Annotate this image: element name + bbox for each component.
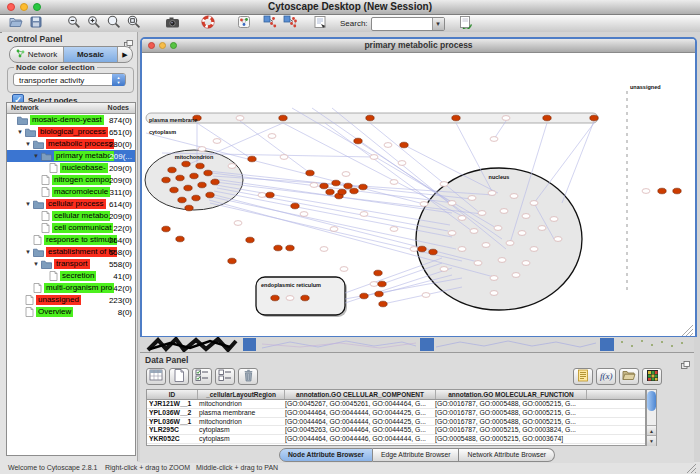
graph-node-selected[interactable] — [658, 188, 666, 194]
graph-node-selected[interactable] — [429, 249, 437, 255]
graph-node[interactable] — [310, 183, 318, 188]
graph-node[interactable] — [198, 147, 206, 152]
graph-node-selected[interactable] — [182, 161, 190, 167]
column-header-id[interactable]: ID — [147, 390, 198, 399]
graph-node[interactable] — [470, 229, 478, 234]
destroy-network-button[interactable] — [260, 16, 280, 32]
table-row-yjr121w-1[interactable]: YJR121W__1mitochondrion[GO:0045267, GO:0… — [147, 400, 645, 409]
graph-node-selected[interactable] — [378, 281, 386, 287]
graph-node-selected[interactable] — [320, 183, 328, 189]
graph-node[interactable] — [488, 191, 496, 196]
graph-node[interactable] — [522, 261, 530, 266]
graph-node[interactable] — [468, 196, 476, 201]
graph-edge[interactable] — [292, 108, 498, 229]
table-row-ydr039c-1[interactable]: YDR039C__1mitochondrion[GO:0044464, GO:0… — [147, 444, 645, 446]
network-window-titlebar[interactable]: primary metabolic process — [142, 39, 695, 53]
graph-node[interactable] — [390, 227, 398, 232]
scrollbar-thumb[interactable] — [647, 391, 656, 411]
graph-node[interactable] — [498, 258, 506, 263]
graph-node[interactable] — [280, 155, 288, 160]
attribute-matrix-button[interactable] — [642, 368, 662, 385]
create-network-view-button[interactable] — [280, 16, 300, 32]
tree-row-biological-process[interactable]: ▼biological_process651(0) — [7, 126, 135, 138]
graph-node[interactable] — [390, 180, 398, 185]
select-all-attributes-button[interactable] — [192, 368, 212, 385]
table-row-ypl036w-2[interactable]: YPL036W__2plasma membrane[GO:0044464, GO… — [147, 409, 645, 418]
table-scrollbar[interactable]: ▲ ▼ — [646, 389, 657, 446]
graph-node-selected[interactable] — [338, 189, 346, 195]
graph-node[interactable] — [370, 155, 378, 160]
tree-row-cell-communicat[interactable]: cell communicat22(0) — [7, 222, 135, 234]
table-row-ypl036w-1[interactable]: YPL036W__1mitochondrion[GO:0044464, GO:0… — [147, 418, 645, 427]
tree-row-primary-metabo[interactable]: ▼primary metabo209(... — [7, 150, 135, 162]
graph-node-selected[interactable] — [178, 197, 186, 203]
network-canvas[interactable]: plasma membranecytoplasmmitochondrionnuc… — [142, 53, 695, 336]
graph-node[interactable] — [258, 193, 266, 198]
tree-row-cellular-process[interactable]: ▼cellular process614(0) — [7, 198, 135, 210]
graph-node[interactable] — [458, 247, 466, 252]
tab-edge-attribute-browser[interactable]: Edge Attribute Browser — [373, 448, 460, 462]
graph-node-selected[interactable] — [359, 184, 367, 190]
graph-node[interactable] — [234, 221, 242, 226]
function-builder-button[interactable]: f(x) — [596, 368, 616, 385]
tree-row-overview[interactable]: Overview8(0) — [7, 306, 135, 318]
graph-node[interactable] — [228, 164, 236, 169]
table-row-ylr295c[interactable]: YLR295Ccytoplasm[GO:0045263, GO:0044464,… — [147, 426, 645, 435]
tree-row-transport[interactable]: ▼transport558(0) — [7, 258, 135, 270]
graph-node-selected[interactable] — [344, 183, 352, 189]
zoom-out-button[interactable] — [64, 16, 84, 32]
network-view-window[interactable]: primary metabolic process plasma membran… — [140, 37, 697, 337]
unselect-all-attributes-button[interactable] — [215, 368, 235, 385]
graph-node[interactable] — [300, 212, 308, 217]
graph-node[interactable] — [370, 282, 378, 287]
graph-node-selected[interactable] — [350, 188, 358, 194]
graph-node-selected[interactable] — [198, 182, 206, 188]
graph-node-selected[interactable] — [170, 187, 178, 193]
disclosure-icon[interactable]: ▼ — [25, 249, 33, 255]
attribute-report-button[interactable] — [573, 368, 593, 385]
graph-node[interactable] — [554, 237, 562, 242]
graph-node-selected[interactable] — [360, 293, 368, 299]
graph-node-selected[interactable] — [196, 163, 204, 169]
canvas-resize-grip-icon[interactable] — [690, 333, 693, 336]
graph-node-selected[interactable] — [204, 170, 212, 176]
graph-node[interactable] — [510, 194, 518, 199]
tree-column-network[interactable]: Network — [11, 104, 39, 111]
zoom-fit-button[interactable] — [104, 16, 124, 32]
graph-node[interactable] — [320, 247, 328, 252]
graph-node[interactable] — [500, 209, 508, 214]
attribute-table[interactable]: ID_cellularLayoutRegionannotation.GO CEL… — [146, 389, 646, 446]
graph-node-selected[interactable] — [271, 295, 279, 301]
graph-node-selected[interactable] — [301, 295, 309, 301]
tree-column-nodes[interactable]: Nodes — [108, 104, 129, 111]
tree-row-metabolic-process[interactable]: ▼metabolic process280(0) — [7, 138, 135, 150]
graph-node-selected[interactable] — [418, 246, 426, 252]
graph-node[interactable] — [286, 296, 294, 301]
tree-row-establishment-of-lo[interactable]: ▼establishment of lo558(0) — [7, 246, 135, 258]
table-row-ykr052c[interactable]: YKR052Ccytoplasm[GO:0044464, GO:0044446,… — [147, 435, 645, 444]
graph-node-selected[interactable] — [176, 236, 184, 242]
graph-edge[interactable] — [494, 121, 506, 139]
disclosure-icon[interactable]: ▼ — [33, 153, 41, 159]
graph-node[interactable] — [490, 276, 498, 281]
graph-edge[interactable] — [562, 121, 594, 203]
graph-node-selected[interactable] — [248, 156, 256, 162]
graph-node-selected[interactable] — [374, 270, 382, 276]
help-button[interactable] — [198, 16, 218, 32]
tree-row-nucleobase[interactable]: nucleobase-209(0) — [7, 162, 135, 174]
column-header-annotation-go-molecular-function[interactable]: annotation.GO MOLECULAR_FUNCTION — [436, 390, 587, 399]
graph-node-selected[interactable] — [192, 195, 200, 201]
disclosure-icon[interactable]: ▼ — [17, 129, 25, 135]
graph-node[interactable] — [440, 182, 448, 187]
graph-node[interactable] — [506, 241, 514, 246]
graph-node-selected[interactable] — [286, 245, 294, 251]
tree-row-macromolecule[interactable]: macromolecule311(0) — [7, 186, 135, 198]
graph-node-selected[interactable] — [306, 170, 314, 176]
graph-node-selected[interactable] — [274, 245, 282, 251]
tree-row-response-to-stimulu[interactable]: response to stimulu264(0) — [7, 234, 135, 246]
graph-node[interactable] — [550, 217, 558, 222]
graph-node-selected[interactable] — [375, 291, 383, 297]
window-titlebar[interactable]: Cytoscape Desktop (New Session) — [0, 0, 700, 15]
zoom-in-button[interactable] — [84, 16, 104, 32]
graph-node[interactable] — [512, 273, 520, 278]
